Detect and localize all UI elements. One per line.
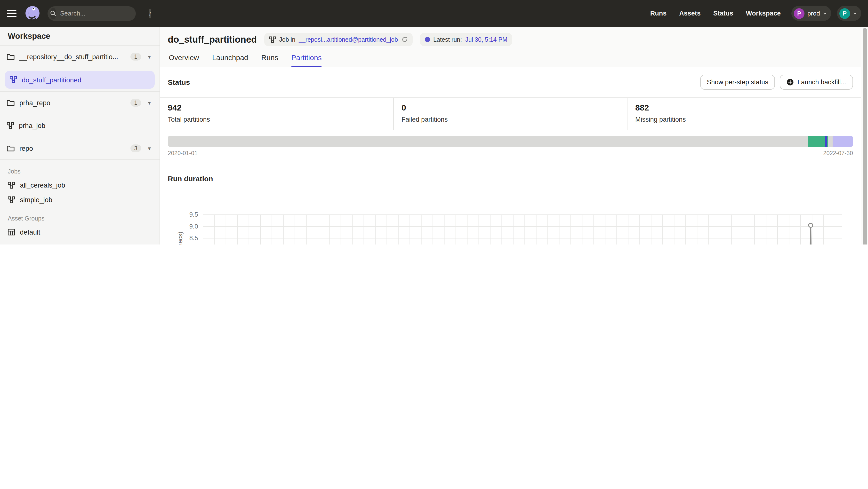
latest-run-link[interactable]: Jul 30, 5:14 PM	[465, 36, 507, 43]
page-scrollbar	[861, 27, 868, 244]
asset-groups-section-label: Asset Groups	[0, 207, 159, 225]
job-icon	[10, 76, 17, 84]
job-icon	[269, 36, 276, 43]
sidebar-repo-prha-repo[interactable]: prha_repo 1 ▼	[0, 92, 159, 115]
page-title: do_stuff_partitioned	[168, 34, 257, 45]
sidebar-repo-repository-do-stuff[interactable]: __repository__do_stuff_partitio... 1 ▼	[0, 45, 159, 68]
stat-missing-partitions: 882 Missing partitions	[627, 98, 861, 130]
user-avatar: P	[839, 8, 850, 19]
chevron-down-icon	[823, 11, 827, 15]
job-name: simple_job	[20, 196, 52, 203]
sidebar-repo-repo[interactable]: repo 3 ▼	[0, 137, 159, 160]
global-search[interactable]: /	[48, 6, 136, 21]
bar-segment-green	[808, 136, 825, 147]
hamburger-menu-icon[interactable]	[7, 7, 20, 20]
repo-count-badge: 1	[130, 53, 141, 61]
job-icon	[8, 182, 15, 189]
launch-backfill-label: Launch backfill...	[798, 78, 846, 86]
launch-backfill-button[interactable]: Launch backfill...	[780, 75, 853, 90]
job-icon	[8, 196, 15, 203]
partition-range-start: 2020-01-01	[168, 150, 197, 157]
job-tabs: Overview Launchpad Runs Partitions	[168, 53, 853, 67]
bar-segment-gray	[828, 136, 833, 147]
stat-failed-partitions: 0 Failed partitions	[393, 98, 627, 130]
stat-total-partitions: 942 Total partitions	[160, 98, 393, 130]
folder-icon	[7, 53, 14, 60]
stat-number: 942	[168, 103, 385, 113]
partition-stats: 942 Total partitions 0 Failed partitions…	[160, 98, 861, 130]
job-origin-tag: Job in __reposi...artitioned@partitioned…	[264, 33, 412, 46]
sidebar-item-prha-job[interactable]: prha_job	[0, 115, 159, 137]
stat-caption: Total partitions	[168, 116, 385, 123]
tab-launchpad[interactable]: Launchpad	[212, 53, 248, 67]
user-menu[interactable]: P	[837, 6, 861, 21]
nav-status[interactable]: Status	[713, 10, 734, 17]
search-input[interactable]	[60, 10, 146, 17]
slash-shortcut-key: /	[149, 8, 151, 18]
dagster-app: / Runs Assets Status Workspace P prod P …	[0, 0, 868, 244]
status-section-header: Status Show per-step status Launch backf…	[160, 67, 861, 98]
folder-icon	[7, 145, 14, 152]
repo-count-badge: 1	[130, 99, 141, 107]
y-axis-title: Execution time (secs)	[177, 232, 184, 244]
sidebar-heading: Workspace	[0, 27, 159, 45]
repo-name: repo	[20, 144, 125, 152]
run-duration-heading: Run duration	[168, 174, 853, 183]
show-per-step-status-button[interactable]: Show per-step status	[700, 75, 775, 90]
stat-number: 882	[635, 103, 853, 113]
folder-icon	[7, 99, 14, 106]
sidebar-item-default-group[interactable]: default	[0, 225, 159, 239]
data-point	[809, 223, 813, 227]
bar-segment-lavender	[833, 136, 853, 147]
job-origin-prefix: Job in	[279, 36, 295, 43]
dagster-logo-icon[interactable]	[24, 5, 41, 22]
nav-assets[interactable]: Assets	[679, 10, 701, 17]
status-heading: Status	[168, 78, 190, 86]
execution-time-chart: 2020-01-012020-01-182020-02-042020-02-21…	[160, 205, 861, 244]
asset-group-icon	[8, 229, 15, 235]
run-duration-chart: 2020-01-012020-01-182020-02-042020-02-21…	[160, 205, 861, 244]
repo-name: __repository__do_stuff_partitio...	[20, 53, 125, 61]
repo-count-badge: 3	[130, 144, 141, 152]
partition-range-end: 2022-07-30	[823, 150, 853, 157]
plus-circle-icon	[787, 78, 794, 86]
partition-status-bar	[168, 136, 853, 147]
bar-segment-indigo	[825, 136, 827, 147]
job-name: prha_job	[19, 122, 153, 129]
expander-caret-icon[interactable]: ▼	[146, 145, 153, 152]
deployment-label: prod	[807, 10, 820, 17]
job-origin-link[interactable]: __reposi...artitioned@partitioned_job	[299, 36, 398, 43]
top-nav: Runs Assets Status Workspace	[650, 10, 781, 17]
group-name: default	[20, 228, 40, 236]
sidebar-item-all-cereals-job[interactable]: all_cereals_job	[0, 178, 159, 192]
search-icon	[50, 7, 56, 19]
latest-run-prefix: Latest run:	[433, 36, 462, 43]
job-header: do_stuff_partitioned Job in __reposi...a…	[160, 27, 861, 67]
nav-runs[interactable]: Runs	[650, 10, 667, 17]
top-bar: / Runs Assets Status Workspace P prod P	[0, 0, 868, 27]
chevron-down-icon	[853, 11, 857, 15]
jobs-section-label: Jobs	[0, 160, 159, 178]
refresh-icon[interactable]	[401, 36, 408, 43]
sidebar-item-simple-job[interactable]: simple_job	[0, 192, 159, 207]
y-tick-label: 9.0	[189, 223, 198, 230]
workspace-sidebar: Workspace __repository__do_stuff_partiti…	[0, 27, 160, 244]
sidebar-item-do-stuff-partitioned[interactable]: do_stuff_partitioned	[5, 71, 155, 89]
selected-job-label: do_stuff_partitioned	[22, 76, 81, 84]
nav-workspace[interactable]: Workspace	[746, 10, 781, 17]
job-name: all_cereals_job	[20, 181, 65, 189]
stat-caption: Missing partitions	[635, 116, 853, 123]
bar-segment-gray	[168, 136, 808, 147]
scrollbar-thumb[interactable]	[863, 28, 867, 244]
expander-caret-icon[interactable]: ▼	[146, 99, 153, 106]
deployment-switcher[interactable]: P prod	[792, 6, 831, 21]
tab-overview[interactable]: Overview	[169, 53, 199, 67]
stat-number: 0	[402, 103, 619, 113]
job-icon	[7, 122, 14, 129]
tab-partitions[interactable]: Partitions	[291, 53, 322, 67]
expander-caret-icon[interactable]: ▼	[146, 53, 153, 60]
main-content: do_stuff_partitioned Job in __reposi...a…	[160, 27, 861, 244]
repo-name: prha_repo	[20, 99, 125, 107]
tab-runs[interactable]: Runs	[261, 53, 278, 67]
deployment-avatar: P	[794, 8, 804, 19]
